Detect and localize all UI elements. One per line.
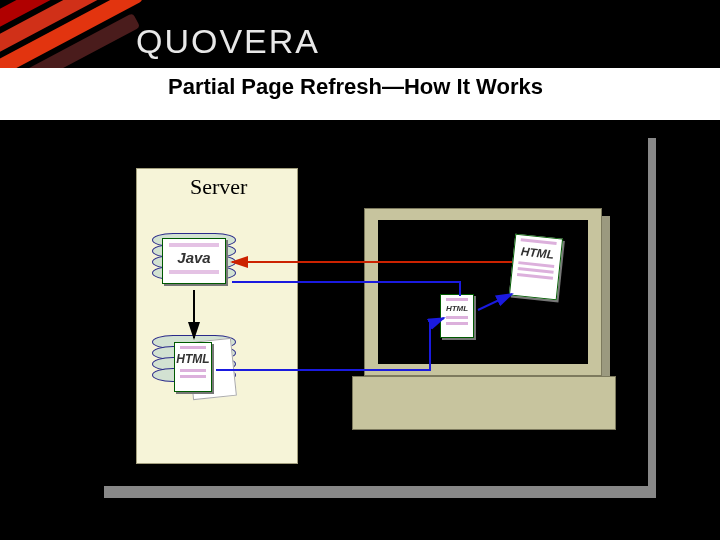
title-bar: Partial Page Refresh—How It Works <box>0 68 720 120</box>
client-html-doc-label: HTML <box>514 244 561 263</box>
server-html-doc: HTML <box>174 342 212 392</box>
java-card-label: Java <box>163 249 225 266</box>
logo-area: QUOVERA <box>0 0 720 66</box>
partial-html-doc-label: HTML <box>441 304 473 313</box>
server-html-doc-label: HTML <box>175 352 211 366</box>
brand-wordmark: QUOVERA <box>136 22 320 61</box>
java-card: Java <box>162 238 226 284</box>
page-title: Partial Page Refresh—How It Works <box>168 74 543 100</box>
server-panel <box>136 168 298 464</box>
laptop-base <box>352 376 616 430</box>
server-label: Server <box>190 174 247 200</box>
partial-html-doc: HTML <box>440 294 474 338</box>
client-html-doc: HTML <box>509 234 563 301</box>
